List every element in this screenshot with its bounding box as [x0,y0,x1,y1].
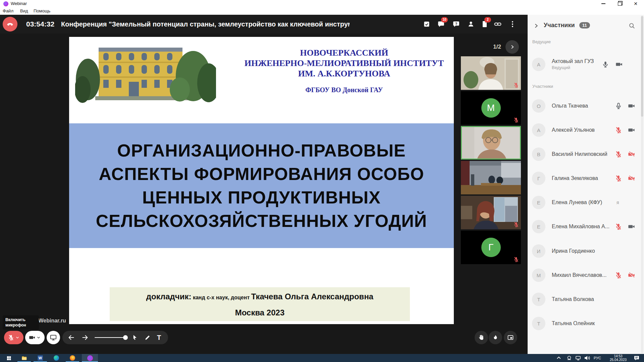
participant-row[interactable]: Г Галина Землякова [528,170,644,186]
conference-header: 03:54:32 Конференция "Земельный потенциа… [0,15,528,34]
hangup-phone-icon [6,20,14,28]
tray-network-icon[interactable] [575,354,582,362]
search-icon[interactable] [628,22,636,29]
video-tile[interactable] [461,196,521,229]
edge-button[interactable] [50,354,63,362]
video-tile[interactable] [461,161,521,194]
camera-on-icon[interactable] [628,126,635,134]
questions-icon[interactable]: ? [452,20,460,28]
collapse-panel-button[interactable] [533,23,539,29]
camera-toggle-button[interactable] [25,331,45,344]
participant-video [461,126,521,160]
video-tile[interactable] [461,56,521,90]
participant-row[interactable]: А Алексей Ульянов [528,122,644,138]
participant-row[interactable]: Т Татьяна Олейник [528,315,644,331]
firefox-icon [70,355,75,361]
pointer-tool-button[interactable] [131,334,138,341]
reactions-button[interactable] [489,331,502,344]
svg-text:?: ? [455,22,458,26]
annotation-toolbar: T [62,331,168,344]
mic-muted-icon[interactable] [615,126,622,134]
restore-button[interactable] [612,0,627,7]
forward-arrow-button[interactable] [81,334,89,341]
institute-building-image [75,44,216,105]
participant-row[interactable]: Е Елена Михайловна А... [528,219,644,235]
back-arrow-button[interactable] [68,334,75,341]
tray-clock[interactable]: 14:53 25.04.2023 [606,354,630,362]
institute-name: НОВОЧЕРКАССКИЙ ИНЖЕНЕРНО-МЕЛИОРАТИВНЫЙ И… [244,48,445,94]
menu-view[interactable]: Вид [20,8,28,13]
raise-hand-button[interactable] [475,331,488,344]
participant-row[interactable]: В Василий Нилиповский [528,146,644,162]
scrollbar-track[interactable] [641,15,643,353]
hangup-button[interactable] [3,17,17,32]
participant-name: Ольга Ткачева [552,98,588,114]
presentation-slide[interactable]: НОВОЧЕРКАССКИЙ ИНЖЕНЕРНО-МЕЛИОРАТИВНЫЙ И… [69,37,454,324]
video-tile[interactable]: М [461,91,521,125]
screen-share-button[interactable] [47,331,60,344]
speaker-label: докладчик: [146,292,192,301]
participant-row[interactable]: О Ольга Ткачева [528,98,644,114]
avatar: Г [532,172,545,185]
fire-icon [492,335,498,341]
camera-off-icon[interactable] [628,175,635,182]
menu-file[interactable]: Файл [3,8,13,13]
camera-on-icon[interactable] [628,102,635,110]
participants-icon[interactable] [467,20,475,28]
chat-badge: 10 [441,17,448,22]
participant-row[interactable]: Т Татьяна Волкова [528,291,644,307]
avatar: Е [532,196,545,209]
video-tile[interactable]: Г [461,231,521,264]
avatar: А [532,58,545,71]
menu-help[interactable]: Помощь [34,8,50,13]
webinar-icon [87,355,93,361]
close-button[interactable]: ✕ [628,0,643,7]
minimize-button[interactable] [596,0,611,7]
word-button[interactable]: W [34,354,47,362]
link-icon[interactable] [494,20,502,28]
microphone-toggle-button[interactable] [4,331,23,344]
webinar-taskbar-button[interactable] [82,354,98,362]
firefox-button[interactable] [66,354,79,362]
start-button[interactable] [3,354,15,362]
zoom-slider[interactable] [95,337,125,338]
slider-knob[interactable] [123,335,128,340]
mic-muted-icon[interactable] [615,223,622,230]
mic-muted-icon[interactable] [615,272,622,279]
participant-name: Татьяна Олейник [552,315,595,331]
scrollbar-thumb[interactable] [641,16,643,117]
notification-center-icon[interactable] [633,354,640,362]
more-menu-icon[interactable] [508,20,517,28]
mic-muted-icon[interactable] [615,150,622,158]
mic-on-icon[interactable] [602,61,609,68]
participant-name: Михаил Вячеславов... [552,267,606,283]
pencil-tool-button[interactable] [144,334,151,341]
tray-language[interactable]: РУС [594,354,601,362]
chevron-down-icon [36,335,41,340]
camera-off-icon[interactable] [628,150,635,158]
picture-in-picture-button[interactable] [504,331,517,344]
participant-row[interactable]: М Михаил Вячеславов... [528,267,644,283]
file-explorer-button[interactable] [17,354,31,362]
tests-icon[interactable] [423,20,431,28]
next-videos-button[interactable] [505,40,519,54]
tray-expand-icon[interactable] [556,354,561,362]
camera-on-icon[interactable] [628,223,635,230]
participant-row-host[interactable]: А Актовый зал ГУЗ Ведущий [528,56,644,72]
mic-on-icon[interactable] [615,102,622,110]
text-tool-button[interactable]: T [157,331,161,344]
mic-tooltip: Включить микрофон [3,315,39,329]
camera-on-icon[interactable] [615,61,623,68]
mic-muted-icon[interactable] [615,175,622,182]
camera-off-icon[interactable] [628,272,635,279]
window-title: Webinar [11,1,27,6]
panel-title: Участники [544,22,575,29]
participant-row[interactable]: И Ирина Гордиенко [528,243,644,259]
me-indicator: я [616,194,619,210]
tray-webcam-icon[interactable] [566,354,572,362]
participant-row-me[interactable]: Е Елена Лунева (КФУ) я [528,194,644,210]
tray-volume-icon[interactable] [584,354,591,362]
video-tile-active-speaker[interactable] [461,126,521,160]
participant-video [461,56,521,90]
mic-muted-icon [513,222,519,228]
